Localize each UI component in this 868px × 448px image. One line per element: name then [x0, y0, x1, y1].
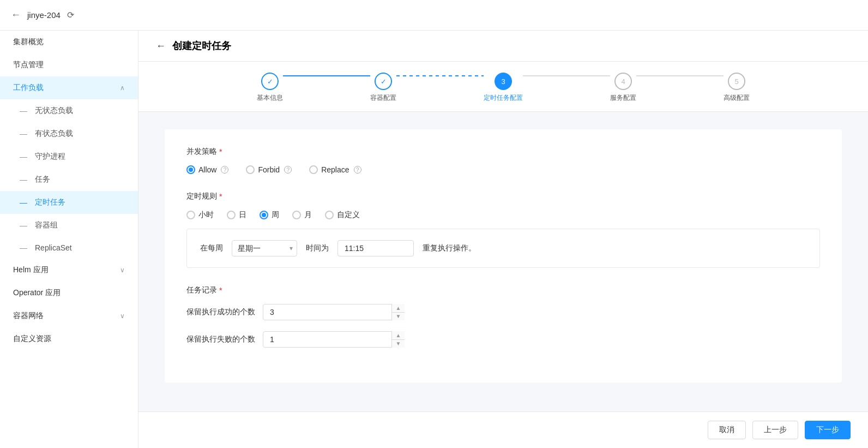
sidebar-item-job[interactable]: — 任务	[0, 168, 138, 191]
sidebar-item-workload[interactable]: 工作负载 ∧	[0, 76, 138, 99]
prev-button[interactable]: 上一步	[752, 421, 798, 439]
schedule-day-select-wrapper: 星期一 星期二 星期三 星期四 星期五 星期六 星期日	[232, 240, 297, 256]
failure-count-up-button[interactable]: ▲	[392, 331, 405, 340]
footer: 取消 上一步 下一步	[138, 411, 868, 448]
step-1-circle: ✓	[261, 73, 279, 90]
step-connector-2	[396, 82, 484, 94]
page-title: 创建定时任务	[172, 39, 231, 52]
success-count-wrapper: ▲ ▼	[263, 304, 405, 320]
schedule-week-option[interactable]: 周	[260, 210, 279, 220]
step-1-label: 基本信息	[257, 93, 283, 103]
sidebar-item-daemon[interactable]: — 守护进程	[0, 145, 138, 168]
sidebar-item-cluster-overview[interactable]: 集群概览	[0, 31, 138, 53]
forbid-label: Forbid	[258, 165, 280, 174]
success-count-down-button[interactable]: ▼	[392, 313, 405, 321]
schedule-section: 定时规则 * 小时 日	[186, 192, 820, 268]
day-radio	[227, 211, 236, 219]
step-basic-info: ✓ 基本信息	[257, 73, 283, 103]
sidebar-item-stateful[interactable]: — 有状态负载	[0, 122, 138, 145]
concurrency-replace-option[interactable]: Replace ?	[309, 165, 361, 174]
step-container-config: ✓ 容器配置	[370, 73, 396, 103]
step-line-4	[636, 75, 724, 76]
sidebar-item-container-group[interactable]: — 容器组	[0, 214, 138, 237]
failure-count-spinners: ▲ ▼	[391, 331, 405, 348]
step-3-label: 定时任务配置	[484, 93, 523, 103]
schedule-rule-config: 在每周 星期一 星期二 星期三 星期四 星期五 星期六 星期日	[186, 229, 820, 268]
failure-count-input[interactable]	[263, 331, 405, 348]
schedule-custom-option[interactable]: 自定义	[325, 210, 360, 220]
next-button[interactable]: 下一步	[805, 421, 851, 439]
allow-help-icon[interactable]: ?	[221, 166, 228, 174]
step-line-1	[283, 75, 370, 76]
sidebar-item-container-network[interactable]: 容器网络 ∨	[0, 304, 138, 327]
main-content: ← 创建定时任务 ✓ 基本信息 ✓ 容器配置	[138, 31, 868, 448]
cluster-name: jinye-204	[27, 10, 61, 20]
schedule-time-input[interactable]	[337, 240, 414, 256]
schedule-label: 定时规则 *	[186, 192, 820, 201]
schedule-required: *	[219, 192, 222, 201]
workload-chevron-icon: ∧	[120, 84, 125, 92]
step-connector-1	[283, 82, 370, 94]
step-connector-3	[523, 82, 610, 94]
step-advanced-config: 5 高级配置	[724, 73, 750, 103]
step-5-label: 高级配置	[724, 93, 750, 103]
header-back-icon[interactable]: ←	[11, 9, 21, 21]
failure-count-down-button[interactable]: ▼	[392, 340, 405, 348]
week-label: 周	[272, 210, 279, 220]
concurrency-forbid-option[interactable]: Forbid ?	[246, 165, 292, 174]
sidebar-item-replicaset[interactable]: — ReplicaSet	[0, 237, 138, 259]
failure-count-label: 保留执行失败的个数	[186, 334, 263, 344]
schedule-prefix-text: 在每周	[200, 243, 223, 253]
steps-container: ✓ 基本信息 ✓ 容器配置 3 定时任务配置	[138, 62, 868, 112]
hour-radio	[186, 211, 195, 219]
records-required: *	[219, 286, 222, 295]
success-count-input[interactable]	[263, 304, 405, 320]
step-2-circle: ✓	[375, 73, 392, 90]
schedule-day-select[interactable]: 星期一 星期二 星期三 星期四 星期五 星期六 星期日	[232, 240, 297, 256]
sidebar-item-cron-job[interactable]: — 定时任务	[0, 191, 138, 214]
step-4-label: 服务配置	[610, 93, 636, 103]
sidebar-item-stateless[interactable]: — 无状态负载	[0, 99, 138, 122]
month-radio	[292, 211, 301, 219]
layout: 集群概览 节点管理 工作负载 ∧ — 无状态负载 — 有状态负载 — 守护进程 …	[0, 31, 868, 448]
network-chevron-icon: ∨	[120, 312, 125, 320]
records-section: 任务记录 * 保留执行成功的个数 ▲ ▼	[186, 285, 820, 348]
failure-count-wrapper: ▲ ▼	[263, 331, 405, 348]
concurrency-allow-option[interactable]: Allow ?	[186, 165, 228, 174]
step-line-2	[396, 75, 484, 76]
allow-radio-outer	[186, 165, 195, 174]
schedule-month-option[interactable]: 月	[292, 210, 312, 220]
page-back-button[interactable]: ←	[156, 40, 166, 52]
refresh-icon[interactable]: ⟳	[67, 10, 74, 20]
schedule-day-option[interactable]: 日	[227, 210, 246, 220]
form-area: 并发策略 * Allow ?	[138, 112, 868, 411]
step-4-circle: 4	[614, 73, 632, 90]
concurrency-label: 并发策略 *	[186, 147, 820, 157]
custom-radio	[325, 211, 334, 219]
allow-radio-inner	[189, 168, 193, 172]
sidebar-item-operator-app[interactable]: Operator 应用	[0, 282, 138, 304]
concurrency-required: *	[219, 147, 222, 156]
schedule-type-options: 小时 日 周	[186, 210, 820, 220]
page-header: ← 创建定时任务	[138, 31, 868, 62]
concurrency-radio-group: Allow ? Forbid ? Replace	[186, 165, 820, 174]
cancel-button[interactable]: 取消	[708, 421, 746, 439]
success-count-label: 保留执行成功的个数	[186, 307, 263, 317]
step-connector-4	[636, 82, 724, 94]
concurrency-section: 并发策略 * Allow ?	[186, 147, 820, 174]
form-card: 并发策略 * Allow ?	[165, 129, 842, 383]
forbid-help-icon[interactable]: ?	[284, 166, 292, 174]
sidebar-item-node-management[interactable]: 节点管理	[0, 53, 138, 76]
schedule-hour-option[interactable]: 小时	[186, 210, 214, 220]
replace-radio-outer	[309, 165, 318, 174]
month-label: 月	[304, 210, 312, 220]
step-3-circle: 3	[495, 73, 512, 90]
success-count-up-button[interactable]: ▲	[392, 304, 405, 313]
sidebar-item-custom-resource[interactable]: 自定义资源	[0, 327, 138, 350]
replace-help-icon[interactable]: ?	[354, 166, 361, 174]
step-line-3	[523, 75, 610, 76]
day-label: 日	[239, 210, 246, 220]
sidebar-item-helm-app[interactable]: Helm 应用 ∨	[0, 259, 138, 282]
failure-count-group: 保留执行失败的个数 ▲ ▼	[186, 331, 820, 348]
step-service-config: 4 服务配置	[610, 73, 636, 103]
